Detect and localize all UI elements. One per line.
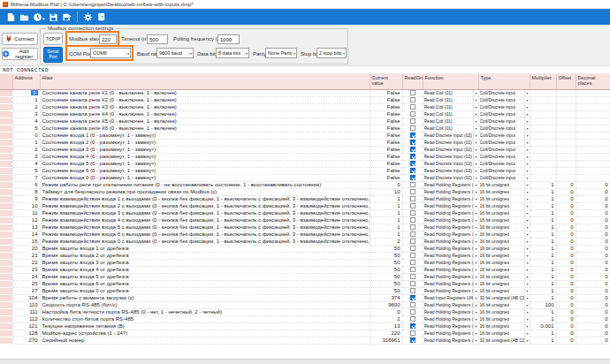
chevron-down-icon[interactable]: ▾ xyxy=(524,125,528,132)
type-dropdown[interactable]: Coil/Discrete input▾ xyxy=(478,125,530,132)
offset-cell[interactable]: 0 xyxy=(556,181,576,188)
row-selector[interactable] xyxy=(0,231,12,238)
current-value-cell[interactable]: False xyxy=(370,110,402,118)
chevron-down-icon[interactable]: ▾ xyxy=(524,246,528,252)
current-value-cell[interactable]: 10 xyxy=(370,188,402,195)
stop-bits-dropdown[interactable]: 2 stop bits ▾ xyxy=(316,48,347,58)
address-cell[interactable]: 13 xyxy=(12,224,40,231)
type-dropdown[interactable]: Coil/Discrete input▾ xyxy=(478,174,530,181)
current-value-cell[interactable]: 1 xyxy=(370,202,402,209)
open-file-icon[interactable] xyxy=(18,11,31,24)
function-dropdown[interactable]: Read Coil (01)▾ xyxy=(423,110,478,118)
function-dropdown[interactable]: Read Holding Registers (03)▾ xyxy=(423,259,478,266)
chevron-down-icon[interactable]: ▾ xyxy=(473,168,477,174)
chevron-down-icon[interactable]: ▾ xyxy=(473,281,477,287)
offset-cell[interactable]: 0 xyxy=(556,224,576,231)
decimal-places-cell[interactable] xyxy=(576,118,610,125)
offset-cell[interactable] xyxy=(556,146,576,153)
header-alias[interactable]: Alias xyxy=(40,74,370,89)
readonly-checkbox[interactable] xyxy=(410,97,416,102)
chevron-down-icon[interactable]: ▾ xyxy=(524,295,528,301)
row-selector[interactable] xyxy=(0,308,12,315)
chevron-down-icon[interactable]: ▾ xyxy=(473,246,477,252)
alias-cell[interactable]: Скорость порта RS-485 (бит/с) xyxy=(40,301,370,308)
current-value-cell[interactable]: False xyxy=(370,139,402,146)
multiplier-cell[interactable]: 1 xyxy=(530,238,556,245)
decimal-places-cell[interactable]: 0 xyxy=(576,195,610,202)
function-dropdown[interactable]: Read Holding Registers (03)▾ xyxy=(423,273,478,280)
alias-cell[interactable]: Время защиты входа 2 от дребезга xyxy=(40,252,370,259)
chevron-down-icon[interactable]: ▾ xyxy=(473,253,477,259)
alias-cell[interactable]: Состояние канала реле К6 (0 - выключен, … xyxy=(40,125,370,132)
function-dropdown[interactable]: Read Holding Registers (03)▾ xyxy=(423,224,478,231)
current-value-cell[interactable]: False xyxy=(370,96,402,103)
readonly-cell[interactable] xyxy=(402,266,423,273)
offset-cell[interactable]: 0 xyxy=(556,231,576,238)
address-cell[interactable]: 3 xyxy=(12,153,40,160)
offset-cell[interactable] xyxy=(556,160,576,167)
type-dropdown[interactable]: 16 bit unsigned▾ xyxy=(478,188,530,195)
type-dropdown[interactable]: 16 bit unsigned▾ xyxy=(478,315,530,322)
current-value-cell[interactable]: 1 xyxy=(370,216,402,224)
type-dropdown[interactable]: Coil/Discrete input▾ xyxy=(478,167,530,174)
readonly-cell[interactable] xyxy=(402,330,423,337)
header-multiplier[interactable]: Multiplier xyxy=(530,74,556,89)
alias-cell[interactable]: Режим взаимодействия входа 3 с выходами … xyxy=(40,209,370,216)
type-dropdown[interactable]: 16 bit unsigned▾ xyxy=(478,252,530,259)
readonly-cell[interactable] xyxy=(402,231,423,238)
address-cell[interactable]: 5 xyxy=(12,167,40,174)
decimal-places-cell[interactable]: 0 xyxy=(576,337,610,344)
chevron-down-icon[interactable]: ▾ xyxy=(524,196,528,202)
function-dropdown[interactable]: Read Coil (01)▾ xyxy=(423,103,478,110)
decimal-places-cell[interactable]: 0 xyxy=(576,252,610,259)
current-value-cell[interactable]: 50 xyxy=(370,273,402,280)
type-dropdown[interactable]: Coil/Discrete input▾ xyxy=(478,118,530,125)
address-cell[interactable]: 3 xyxy=(12,110,40,118)
row-selector[interactable] xyxy=(0,174,12,181)
chevron-down-icon[interactable]: ▾ xyxy=(473,260,477,266)
save-as-icon[interactable] xyxy=(60,11,73,24)
row-selector[interactable] xyxy=(0,132,12,139)
type-dropdown[interactable]: Coil/Discrete input▾ xyxy=(478,153,530,160)
history-dropdown-caret[interactable]: ▾ xyxy=(42,16,45,21)
readonly-checkbox[interactable] xyxy=(410,302,416,307)
chevron-down-icon[interactable]: ▾ xyxy=(524,140,528,146)
function-dropdown[interactable]: Read Holding Registers (03)▾ xyxy=(423,209,478,216)
decimal-places-cell[interactable] xyxy=(576,167,610,174)
alias-cell[interactable]: Состояние входа 2 (0 - разомкнут, 1 - за… xyxy=(40,139,370,146)
chevron-down-icon[interactable]: ▾ xyxy=(473,175,477,181)
function-dropdown[interactable]: Read Holding Registers (03)▾ xyxy=(423,231,478,238)
chevron-down-icon[interactable]: ▾ xyxy=(524,175,528,181)
chevron-down-icon[interactable]: ▾ xyxy=(473,182,477,188)
offset-cell[interactable]: 0 xyxy=(556,238,576,245)
chevron-down-icon[interactable]: ▾ xyxy=(473,90,477,96)
row-selector[interactable] xyxy=(0,216,12,224)
settings-icon[interactable] xyxy=(81,11,95,24)
function-dropdown[interactable]: Read Holding Registers (03)▾ xyxy=(423,188,478,195)
readonly-cell[interactable] xyxy=(402,174,423,181)
chevron-down-icon[interactable]: ▾ xyxy=(473,302,477,308)
type-dropdown[interactable]: 16 bit unsigned▾ xyxy=(478,238,530,245)
alias-cell[interactable]: Время защиты входа 6 от дребезга xyxy=(40,280,370,287)
alias-cell[interactable]: Количество стоп-битов порта RS-485 xyxy=(40,315,370,322)
readonly-checkbox[interactable] xyxy=(410,196,416,201)
function-dropdown[interactable]: Read Discrete Input (02)▾ xyxy=(423,139,478,146)
current-value-cell[interactable]: 0 xyxy=(370,308,402,315)
readonly-checkbox[interactable] xyxy=(410,288,416,293)
chevron-down-icon[interactable]: ▾ xyxy=(524,302,528,308)
offset-cell[interactable]: 0 xyxy=(556,330,576,337)
address-cell[interactable]: 121 xyxy=(12,322,40,330)
chevron-down-icon[interactable]: ▾ xyxy=(524,274,528,280)
address-cell[interactable]: 23 xyxy=(12,266,40,273)
row-selector[interactable] xyxy=(0,238,12,245)
offset-cell[interactable]: 0 xyxy=(556,195,576,202)
readonly-cell[interactable] xyxy=(402,110,423,118)
chevron-down-icon[interactable]: ▾ xyxy=(524,231,528,238)
tcpip-tab-button[interactable]: TCP/IP xyxy=(43,33,63,45)
type-dropdown[interactable]: 16 bit unsigned▾ xyxy=(478,259,530,266)
address-cell[interactable]: 16 xyxy=(12,238,40,245)
type-dropdown[interactable]: 16 bit unsigned▾ xyxy=(478,301,530,308)
type-dropdown[interactable]: 16 bit unsigned▾ xyxy=(478,330,530,337)
row-selector[interactable] xyxy=(0,287,12,294)
current-value-cell[interactable]: 220 xyxy=(370,330,402,337)
